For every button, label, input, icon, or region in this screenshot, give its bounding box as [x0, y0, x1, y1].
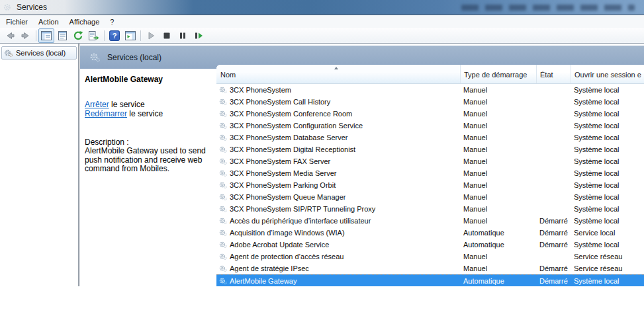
- description-text: AlertMobile Gateway used to send push no…: [85, 147, 214, 174]
- forward-icon[interactable]: [18, 28, 34, 43]
- toolbar: ?: [0, 28, 644, 44]
- service-gear-icon: [219, 253, 227, 260]
- service-name: 3CX PhoneSystem Call History: [230, 98, 330, 106]
- service-name: 3CX PhoneSystem SIP/RTP Tunneling Proxy: [230, 205, 375, 213]
- table-row[interactable]: 3CX PhoneSystem Digital ReceptionistManu…: [216, 143, 644, 155]
- service-logon-as: Système local: [571, 86, 644, 94]
- service-startup-type: Manuel: [460, 205, 536, 213]
- column-header-etat[interactable]: État: [536, 65, 571, 83]
- start-service-icon[interactable]: [143, 28, 159, 43]
- menu-affichage[interactable]: Affichage: [64, 17, 105, 27]
- services-gears-icon: [4, 49, 13, 58]
- table-row[interactable]: Accès du périphérique d’interface utilis…: [216, 215, 644, 227]
- service-logon-as: Système local: [571, 169, 644, 177]
- refresh-icon[interactable]: [70, 28, 86, 43]
- sidebar-item-services-local[interactable]: Services (local): [1, 46, 77, 60]
- table-row[interactable]: 3CX PhoneSystemManuelSystème local: [216, 84, 644, 96]
- service-name: Agent de stratégie IPsec: [230, 264, 309, 272]
- service-startup-type: Manuel: [460, 134, 536, 141]
- column-header-type-demarrage[interactable]: Type de démarrage: [460, 65, 536, 83]
- table-row[interactable]: 3CX PhoneSystem Database ServerManuelSys…: [216, 132, 644, 143]
- service-gear-icon: [219, 264, 227, 272]
- services-app-icon: [3, 3, 13, 12]
- services-list-panel: Nom Type de démarrage État Ouvrir une se…: [216, 65, 644, 286]
- service-logon-as: Service local: [571, 229, 644, 237]
- service-logon-as: Système local: [571, 110, 644, 118]
- help-icon[interactable]: ?: [107, 28, 122, 43]
- table-row[interactable]: 3CX PhoneSystem Call HistoryManuelSystèm…: [216, 96, 644, 108]
- window-title: Services: [17, 3, 47, 12]
- description-label: Description :: [85, 138, 214, 147]
- service-name: AlertMobile Gateway: [230, 277, 297, 285]
- restart-service-line: Redémarrer le service: [85, 109, 214, 118]
- service-logon-as: Système local: [571, 241, 644, 249]
- service-logon-as: Service réseau: [571, 253, 644, 260]
- stop-service-line: Arrêter le service: [85, 100, 214, 109]
- services-gear-outline-icon: [89, 52, 101, 63]
- service-startup-type: Manuel: [460, 145, 536, 153]
- back-icon[interactable]: [2, 28, 18, 43]
- service-name: Acquisition d’image Windows (WIA): [230, 229, 345, 237]
- table-row[interactable]: Agent de stratégie IPsecManuelDémarréSer…: [216, 262, 644, 274]
- show-action-pane-icon[interactable]: [122, 28, 138, 43]
- table-row[interactable]: Agent de protection d’accès réseauManuel…: [216, 251, 644, 262]
- restart-service-link[interactable]: Redémarrer: [85, 109, 127, 118]
- service-startup-type: Automatique: [460, 229, 536, 237]
- toolbar-separator: [36, 30, 36, 41]
- column-header-ouvrir-session[interactable]: Ouvrir une session e: [571, 65, 644, 83]
- service-name: 3CX PhoneSystem Parking Orbit: [230, 181, 336, 189]
- service-logon-as: Système local: [571, 193, 644, 201]
- service-logon-as: Système local: [571, 205, 644, 213]
- table-row[interactable]: 3CX PhoneSystem Media ServerManuelSystèm…: [216, 167, 644, 179]
- service-gear-icon: [219, 241, 227, 249]
- service-gear-icon: [219, 193, 227, 201]
- table-row[interactable]: 3CX PhoneSystem Queue ManagerManuelSystè…: [216, 191, 644, 203]
- titlebar[interactable]: Services: [0, 0, 644, 15]
- detail-panel: AlertMobile Gateway Arrêter le service R…: [80, 69, 216, 286]
- column-header-nom[interactable]: Nom: [216, 65, 460, 83]
- service-startup-type: Manuel: [460, 110, 536, 118]
- table-row[interactable]: Acquisition d’image Windows (WIA)Automat…: [216, 227, 644, 239]
- service-startup-type: Manuel: [460, 169, 536, 177]
- services-table-body: 3CX PhoneSystemManuelSystème local3CX Ph…: [216, 84, 644, 286]
- export-list-icon[interactable]: [86, 28, 102, 43]
- service-gear-icon: [219, 86, 227, 94]
- service-state: Démarré: [536, 241, 571, 249]
- service-name: 3CX PhoneSystem: [230, 86, 291, 94]
- toolbar-separator: [104, 30, 105, 41]
- table-row[interactable]: 3CX PhoneSystem Configuration ServiceMan…: [216, 120, 644, 132]
- stop-link-suffix: le service: [109, 100, 145, 109]
- service-logon-as: Système local: [571, 277, 644, 285]
- service-actions: Arrêter le service Redémarrer le service: [85, 100, 214, 118]
- properties-icon[interactable]: [54, 28, 70, 43]
- service-startup-type: Manuel: [460, 98, 536, 106]
- service-gear-icon: [219, 169, 227, 177]
- selected-service-title: AlertMobile Gateway: [85, 75, 214, 84]
- table-row[interactable]: 3CX PhoneSystem FAX ServerManuelSystème …: [216, 155, 644, 167]
- stop-service-link[interactable]: Arrêter: [85, 100, 109, 109]
- table-row[interactable]: 3CX PhoneSystem Conference RoomManuelSys…: [216, 108, 644, 120]
- menu-action[interactable]: Action: [33, 17, 64, 27]
- service-startup-type: Manuel: [460, 86, 536, 94]
- service-state: Démarré: [536, 229, 571, 237]
- service-startup-type: Manuel: [460, 264, 536, 272]
- service-state: Démarré: [536, 264, 571, 272]
- menu-fichier[interactable]: Fichier: [1, 17, 33, 27]
- show-console-tree-icon[interactable]: [38, 28, 54, 43]
- service-gear-icon: [219, 157, 227, 165]
- restart-service-icon[interactable]: [191, 28, 207, 43]
- column-header-nom-label: Nom: [220, 71, 236, 79]
- table-row[interactable]: 3CX PhoneSystem SIP/RTP Tunneling ProxyM…: [216, 203, 644, 215]
- service-name: Agent de protection d’accès réseau: [230, 253, 344, 260]
- service-name: Accès du périphérique d’interface utilis…: [230, 217, 371, 225]
- service-gear-icon: [219, 277, 227, 285]
- menu-help[interactable]: ?: [105, 17, 119, 27]
- table-row[interactable]: Adobe Acrobat Update ServiceAutomatiqueD…: [216, 239, 644, 251]
- content-header-title: Services (local): [107, 53, 161, 62]
- table-row[interactable]: 3CX PhoneSystem Parking OrbitManuelSystè…: [216, 179, 644, 191]
- table-row[interactable]: AlertMobile GatewayAutomatiqueDémarréSys…: [216, 274, 644, 286]
- service-logon-as: Système local: [571, 122, 644, 130]
- service-logon-as: Système local: [571, 217, 644, 225]
- stop-service-icon[interactable]: [159, 28, 175, 43]
- pause-service-icon[interactable]: [175, 28, 191, 43]
